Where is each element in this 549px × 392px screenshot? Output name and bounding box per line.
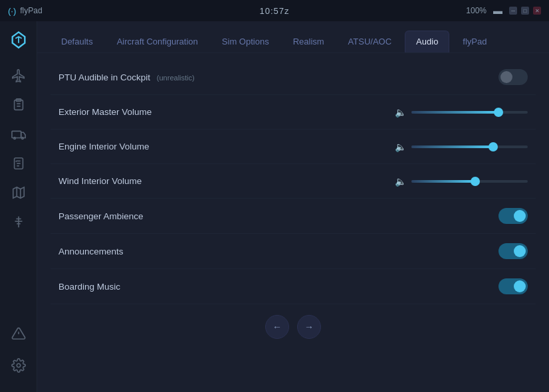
slider-engine-volume[interactable]: 🔈	[395, 142, 528, 152]
prev-page-button[interactable]: ←	[265, 315, 289, 339]
setting-boarding-music: Boarding Music	[51, 269, 536, 304]
setting-label-ptu: PTU Audible in Cockpit (unrealistic)	[58, 72, 195, 82]
content-area: Defaults Aircraft Configuration Sim Opti…	[37, 21, 549, 392]
battery-level: 100%	[466, 6, 487, 15]
slider-wind-volume[interactable]: 🔈	[395, 176, 528, 187]
title-bar-left: (·) flyPad	[8, 6, 43, 16]
app-name: flyPad	[20, 6, 42, 15]
setting-engine-volume: Engine Interior Volume 🔈	[51, 130, 536, 164]
sidebar-item-clipboard[interactable]	[5, 92, 32, 118]
toggle-passenger-ambience[interactable]	[498, 208, 528, 224]
tab-flypad[interactable]: flyPad	[452, 31, 497, 52]
svg-rect-4	[11, 131, 21, 138]
next-page-button[interactable]: →	[297, 315, 321, 339]
volume-low-icon: 🔈	[395, 107, 406, 118]
slider-track-engine[interactable]	[411, 146, 528, 148]
setting-passenger-ambience: Passenger Ambience	[51, 199, 536, 234]
volume-low-icon-3: 🔈	[395, 176, 406, 187]
tab-defaults[interactable]: Defaults	[51, 31, 104, 52]
settings-content: PTU Audible in Cockpit (unrealistic) Ext…	[37, 53, 549, 392]
app-container: Defaults Aircraft Configuration Sim Opti…	[0, 21, 549, 392]
minimize-button[interactable]: ─	[509, 7, 517, 15]
tab-atsu-aoc[interactable]: ATSU/AOC	[338, 31, 403, 52]
tab-bar: Defaults Aircraft Configuration Sim Opti…	[37, 21, 549, 53]
sidebar-item-truck[interactable]	[5, 121, 32, 147]
sidebar-item-plane[interactable]	[5, 62, 32, 89]
setting-label-boarding: Boarding Music	[58, 282, 120, 292]
sidebar-item-checklist[interactable]	[5, 150, 32, 177]
tab-aircraft-configuration[interactable]: Aircraft Configuration	[106, 31, 209, 52]
svg-marker-11	[13, 187, 24, 199]
setting-wind-volume: Wind Interior Volume 🔈	[51, 164, 536, 199]
toggle-ptu-audible[interactable]	[498, 69, 528, 85]
volume-low-icon-2: 🔈	[395, 142, 406, 152]
slider-exterior-volume[interactable]: 🔈	[395, 107, 528, 118]
tab-realism[interactable]: Realism	[282, 31, 335, 52]
setting-ptu-audible: PTU Audible in Cockpit (unrealistic)	[51, 60, 536, 95]
pagination: ← →	[51, 304, 536, 349]
setting-exterior-volume: Exterior Master Volume 🔈	[51, 95, 536, 130]
setting-announcements: Announcements	[51, 234, 536, 269]
app-icon: (·)	[8, 6, 16, 16]
svg-point-20	[17, 363, 21, 367]
slider-track-wind[interactable]	[411, 180, 528, 183]
slider-track-exterior[interactable]	[411, 111, 528, 114]
toggle-announcements[interactable]	[498, 243, 528, 259]
setting-label-announcements: Announcements	[58, 246, 124, 256]
sidebar-logo	[7, 28, 31, 52]
setting-label-engine: Engine Interior Volume	[58, 142, 150, 151]
title-bar-right: 100% ▬ ─ □ ✕	[466, 5, 541, 16]
tab-sim-options[interactable]: Sim Options	[211, 31, 280, 52]
setting-label-exterior: Exterior Master Volume	[58, 107, 152, 117]
battery-icon: ▬	[493, 5, 502, 16]
sidebar-item-map[interactable]	[5, 179, 32, 206]
tab-audio[interactable]: Audio	[405, 31, 449, 52]
close-button[interactable]: ✕	[533, 7, 541, 15]
setting-label-wind: Wind Interior Volume	[58, 176, 142, 186]
toggle-boarding-music[interactable]	[498, 278, 528, 294]
maximize-button[interactable]: □	[521, 7, 529, 15]
sidebar-item-fuel[interactable]	[5, 209, 32, 235]
sidebar-item-settings[interactable]	[5, 352, 32, 379]
sidebar-item-warning[interactable]	[5, 320, 32, 347]
window-controls[interactable]: ─ □ ✕	[509, 7, 541, 15]
title-bar: (·) flyPad 10:57z 100% ▬ ─ □ ✕	[0, 0, 549, 21]
setting-label-passenger: Passenger Ambience	[58, 211, 144, 221]
sidebar	[0, 21, 37, 392]
title-bar-time: 10:57z	[259, 6, 289, 16]
